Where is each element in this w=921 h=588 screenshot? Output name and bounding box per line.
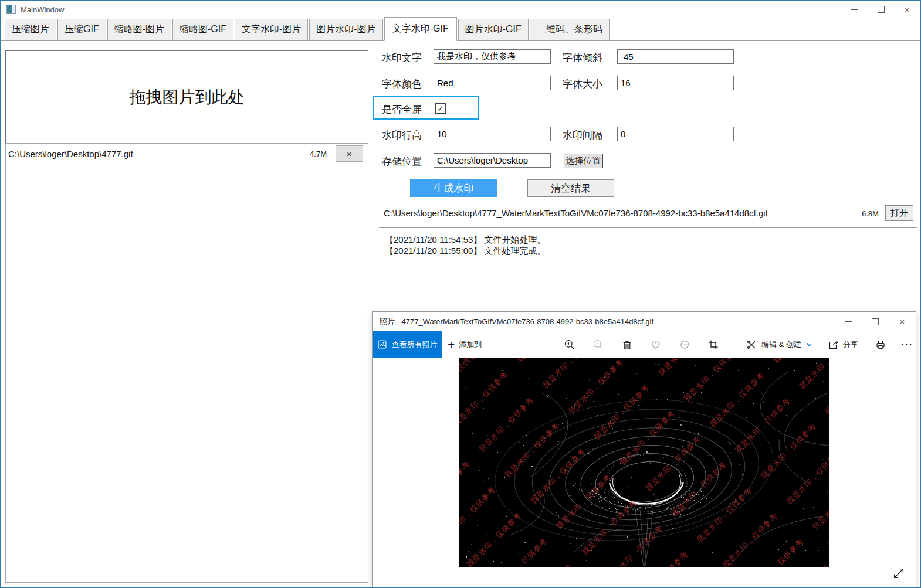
watermark-text-input[interactable]: [434, 49, 551, 64]
photo-canvas: 我是水印，仅供参考 我是水印，仅供参考 我是水印，仅供参考 我是水印，仅供参考 …: [459, 358, 829, 567]
remove-file-button[interactable]: ×: [336, 145, 363, 162]
line-height-label: 水印行高: [382, 128, 422, 142]
tab-image-watermark-gif[interactable]: 图片水印-GIF: [458, 19, 529, 40]
zoom-out-button[interactable]: [592, 331, 604, 358]
favorite-button[interactable]: [650, 331, 662, 358]
open-result-button[interactable]: 打开: [885, 205, 913, 221]
log-line-done: 【2021/11/20 11:55:00】 文件处理完成。: [385, 246, 546, 257]
add-to-button[interactable]: + 添加到: [448, 331, 482, 358]
rotate-icon: [679, 339, 690, 351]
heart-icon: [650, 339, 662, 351]
zoom-out-icon: [592, 339, 604, 351]
see-all-photos-label: 查看所有照片: [392, 339, 438, 350]
spacing-input[interactable]: [617, 127, 734, 141]
pv-minimize-button[interactable]: [835, 312, 862, 331]
divider: [379, 227, 917, 228]
minimize-icon: [845, 321, 852, 322]
tab-text-watermark-image[interactable]: 文字水印-图片: [235, 19, 308, 40]
file-list: C:\Users\loger\Desktop\4777.gif 4.7M ×: [5, 143, 368, 583]
close-icon: ×: [905, 5, 910, 14]
tab-image-watermark-image[interactable]: 图片水印-图片: [309, 19, 382, 40]
image-drop-zone[interactable]: 拖拽图片到此处: [5, 50, 368, 144]
share-icon: [828, 339, 839, 351]
trash-icon: [621, 339, 633, 351]
zoom-in-button[interactable]: [564, 331, 575, 358]
drop-hint-text: 拖拽图片到此处: [130, 86, 245, 108]
file-size: 4.7M: [310, 149, 327, 158]
diagonal-resize-icon: [892, 566, 906, 580]
tab-text-watermark-gif[interactable]: 文字水印-GIF: [384, 17, 457, 41]
save-path-input[interactable]: [434, 153, 551, 168]
print-button[interactable]: [874, 331, 887, 358]
font-size-input[interactable]: [617, 76, 734, 90]
minimize-icon: [851, 9, 858, 10]
blackhole-graphic: [459, 358, 829, 567]
share-button[interactable]: 分享: [828, 339, 858, 351]
close-button[interactable]: ×: [894, 1, 920, 18]
photo-viewer-titlebar: 照片 - 4777_WaterMarkTextToGifVMc07fe736-8…: [373, 312, 916, 331]
add-to-label: 添加到: [459, 339, 482, 350]
pv-maximize-button[interactable]: [862, 312, 889, 331]
printer-icon: [875, 339, 886, 351]
checkmark-icon: ✓: [438, 104, 444, 113]
generate-watermark-button[interactable]: 生成水印: [410, 179, 497, 197]
spacing-label: 水印间隔: [563, 128, 602, 142]
plus-icon: +: [448, 338, 455, 351]
tab-thumbnail-image[interactable]: 缩略图-图片: [107, 19, 171, 40]
font-skew-input[interactable]: [617, 49, 734, 64]
font-color-label: 字体颜色: [382, 77, 422, 91]
zoom-in-icon: [564, 339, 575, 351]
tab-compress-image[interactable]: 压缩图片: [5, 19, 56, 40]
font-size-label: 字体大小: [563, 77, 602, 91]
more-button[interactable]: ···: [901, 339, 913, 349]
pv-close-button[interactable]: ×: [889, 312, 916, 331]
font-skew-label: 字体倾斜: [563, 51, 602, 64]
result-file-size: 6.8M: [862, 209, 879, 218]
chevron-down-icon: [805, 341, 813, 348]
photo-viewer-window: 照片 - 4777_WaterMarkTextToGifVMc07fe736-8…: [372, 311, 916, 587]
edit-create-icon: [746, 339, 757, 351]
file-path: C:\Users\loger\Desktop\4777.gif: [6, 149, 133, 159]
tab-qrcode-barcode[interactable]: 二维码、条形码: [530, 19, 610, 40]
log-line-start: 【2021/11/20 11:54:53】 文件开始处理。: [385, 234, 546, 246]
line-height-input[interactable]: [434, 127, 551, 141]
fullscreen-label: 是否全屏: [382, 103, 422, 116]
share-label: 分享: [843, 339, 858, 350]
maximize-button[interactable]: [868, 1, 894, 18]
window-title: MainWindow: [21, 5, 64, 14]
save-path-label: 存储位置: [382, 155, 422, 168]
close-icon: ×: [900, 317, 905, 326]
photo-viewer-title: 照片 - 4777_WaterMarkTextToGifVMc07fe736-8…: [380, 317, 653, 327]
file-row: C:\Users\loger\Desktop\4777.gif 4.7M ×: [6, 144, 368, 164]
photos-icon: [377, 339, 387, 349]
tab-bar: 压缩图片 压缩GIF 缩略图-图片 缩略图-GIF 文字水印-图片 图片水印-图…: [1, 18, 920, 41]
browse-location-button[interactable]: 选择位置: [564, 154, 603, 168]
minimize-button[interactable]: [841, 1, 868, 18]
main-window: MainWindow × 压缩图片 压缩GIF 缩略图-图片 缩略图-GIF 文…: [0, 0, 921, 588]
watermark-text-label: 水印文字: [382, 51, 422, 64]
tab-compress-gif[interactable]: 压缩GIF: [57, 19, 106, 40]
clear-results-button[interactable]: 清空结果: [527, 179, 614, 197]
delete-button[interactable]: [621, 331, 633, 358]
fullscreen-checkbox[interactable]: ✓: [435, 103, 446, 114]
edit-create-label: 编辑 & 创建: [761, 339, 801, 350]
see-all-photos-button[interactable]: 查看所有照片: [373, 331, 442, 358]
resize-button[interactable]: [891, 566, 906, 581]
tab-thumbnail-gif[interactable]: 缩略图-GIF: [172, 19, 233, 40]
font-color-input[interactable]: [434, 76, 551, 90]
maximize-icon: [878, 6, 885, 13]
crop-button[interactable]: [707, 331, 719, 358]
rotate-button[interactable]: [679, 331, 690, 358]
crop-icon: [707, 339, 719, 351]
app-icon: [6, 5, 16, 14]
photo-viewer-toolbar: 查看所有照片 + 添加到: [373, 331, 916, 358]
edit-create-button[interactable]: 编辑 & 创建: [746, 339, 813, 351]
title-bar: MainWindow ×: [1, 1, 920, 18]
result-file-path: C:\Users\loger\Desktop\4777_WaterMarkTex…: [384, 208, 768, 218]
maximize-icon: [872, 318, 879, 325]
